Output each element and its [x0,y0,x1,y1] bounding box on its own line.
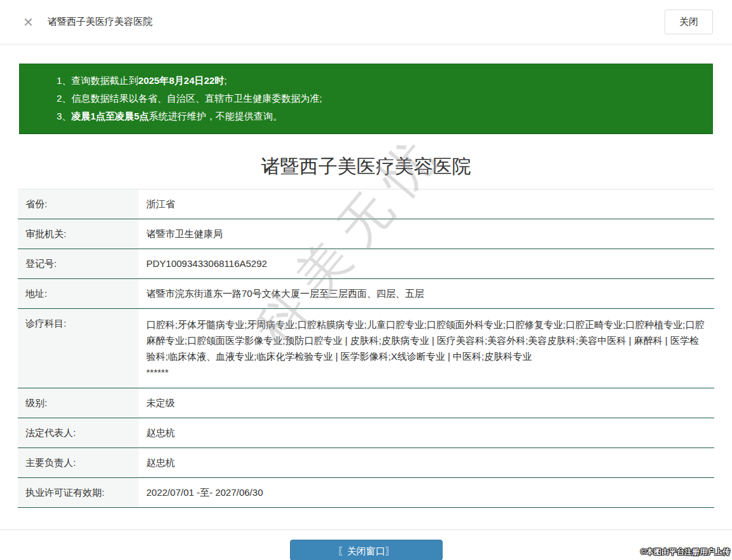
notice-bold-text: 凌晨1点至凌晨5点 [71,111,149,121]
row-label: 审批机关: [18,219,139,249]
row-value: 诸暨市卫生健康局 [139,219,714,249]
notice-text: 1、查询数据截止到 [57,75,138,86]
table-row-medical-subjects: 诊疗科目: 口腔科;牙体牙髓病专业;牙周病专业;口腔粘膜病专业;儿童口腔专业;口… [18,309,714,388]
row-label: 诊疗科目: [18,309,139,388]
footer-button-wrap: 〖关闭窗口〗 [0,540,732,560]
notice-line-3: 3、凌晨1点至凌晨5点系统进行维护，不能提供查询。 [57,107,693,125]
row-value: 2022/07/01 -至- 2027/06/30 [139,478,714,507]
row-value: PDY10093433068116A5292 [139,249,714,278]
close-window-button[interactable]: 〖关闭窗口〗 [290,540,443,560]
table-row-level: 级别: 未定级 [18,388,714,418]
notice-text: 3、 [57,111,71,121]
row-value: 浙江省 [139,189,714,219]
row-label: 法定代表人: [18,418,139,447]
notice-bold-text: 2025年8月24日22时 [138,75,224,86]
page-title: 诸暨西子美医疗美容医院 [0,153,732,180]
row-label: 级别: [18,388,139,418]
row-label: 主要负责人: [18,448,139,477]
row-value: 口腔科;牙体牙髓病专业;牙周病专业;口腔粘膜病专业;儿童口腔专业;口腔颌面外科专… [139,309,714,388]
notice-box: 1、查询数据截止到2025年8月24日22时; 2、信息数据结果以各省、自治区、… [19,64,713,134]
row-label: 地址: [18,279,139,308]
table-row-principal: 主要负责人: 赵忠杭 [18,448,714,478]
copyright-text: ©本图由平台注册用户上传 [640,547,730,557]
table-row-address: 地址: 诸暨市浣东街道东一路70号文体大厦一层至三层西面、四层、五层 [18,279,714,309]
close-x-icon[interactable]: ✕ [23,16,34,29]
table-row-province: 省份: 浙江省 [18,189,714,219]
table-row-registration-number: 登记号: PDY10093433068116A5292 [18,249,714,279]
info-table: 省份: 浙江省 审批机关: 诸暨市卫生健康局 登记号: PDY100934330… [18,189,714,508]
topbar-title: 诸暨西子美医疗美容医院 [48,16,153,28]
row-value: 赵忠杭 [139,418,714,447]
table-row-approval-authority: 审批机关: 诸暨市卫生健康局 [18,219,714,249]
notice-line-1: 1、查询数据截止到2025年8月24日22时; [57,72,693,90]
notice-text: 2、信息数据结果以各省、自治区、直辖市卫生健康委数据为准; [57,93,322,104]
footer-divider [0,529,732,530]
notice-text: 系统进行维护，不能提供查询。 [149,111,282,121]
notice-line-2: 2、信息数据结果以各省、自治区、直辖市卫生健康委数据为准; [57,90,693,107]
row-label: 登记号: [18,249,139,278]
row-value: 赵忠杭 [139,448,714,477]
row-value: 未定级 [139,388,714,418]
close-button[interactable]: 关闭 [665,10,713,34]
table-row-legal-representative: 法定代表人: 赵忠杭 [18,418,714,448]
row-label: 执业许可证有效期: [18,478,139,507]
row-label: 省份: [18,189,139,219]
notice-text: ; [224,75,226,86]
topbar: ✕ 诸暨西子美医疗美容医院 关闭 [0,0,732,44]
row-value: 诸暨市浣东街道东一路70号文体大厦一层至三层西面、四层、五层 [139,279,714,308]
table-row-license-validity: 执业许可证有效期: 2022/07/01 -至- 2027/06/30 [18,478,714,508]
